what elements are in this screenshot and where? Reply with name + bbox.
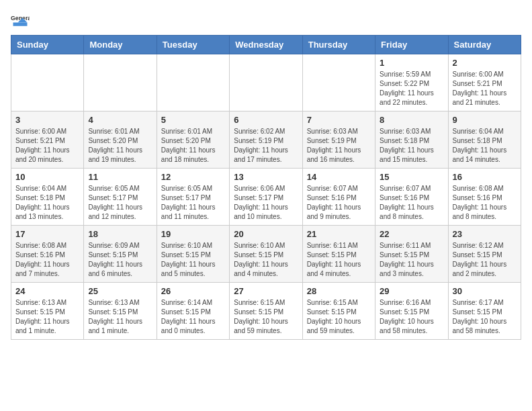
day-number: 1 <box>380 58 443 68</box>
day-info: Sunrise: 6:12 AM Sunset: 5:15 PM Dayligh… <box>453 241 517 279</box>
page-header: General <box>11 11 521 30</box>
day-info: Sunrise: 6:17 AM Sunset: 5:15 PM Dayligh… <box>453 298 517 336</box>
day-cell: 18Sunrise: 6:09 AM Sunset: 5:15 PM Dayli… <box>84 226 157 283</box>
day-number: 21 <box>307 229 371 239</box>
logo-icon: General <box>11 11 30 30</box>
day-number: 10 <box>15 172 79 182</box>
calendar-table: SundayMondayTuesdayWednesdayThursdayFrid… <box>11 35 521 340</box>
day-cell <box>84 54 157 111</box>
day-cell <box>157 54 229 111</box>
day-cell: 20Sunrise: 6:10 AM Sunset: 5:15 PM Dayli… <box>230 226 302 283</box>
day-cell: 9Sunrise: 6:04 AM Sunset: 5:18 PM Daylig… <box>448 111 521 169</box>
day-number: 9 <box>453 115 517 125</box>
day-info: Sunrise: 6:11 AM Sunset: 5:15 PM Dayligh… <box>307 241 371 279</box>
weekday-header-friday: Friday <box>375 36 448 54</box>
logo: General <box>11 11 32 30</box>
day-number: 15 <box>380 172 443 182</box>
day-cell <box>230 54 302 111</box>
weekday-header-sunday: Sunday <box>11 36 84 54</box>
day-info: Sunrise: 6:01 AM Sunset: 5:20 PM Dayligh… <box>88 127 152 165</box>
day-cell: 21Sunrise: 6:11 AM Sunset: 5:15 PM Dayli… <box>302 226 375 283</box>
day-info: Sunrise: 6:14 AM Sunset: 5:15 PM Dayligh… <box>161 298 225 336</box>
day-info: Sunrise: 6:08 AM Sunset: 5:16 PM Dayligh… <box>453 184 517 222</box>
day-number: 3 <box>15 115 79 125</box>
day-cell: 8Sunrise: 6:03 AM Sunset: 5:18 PM Daylig… <box>375 111 448 169</box>
day-number: 6 <box>234 115 298 125</box>
day-cell: 17Sunrise: 6:08 AM Sunset: 5:16 PM Dayli… <box>11 226 84 283</box>
day-cell <box>302 54 375 111</box>
day-info: Sunrise: 6:15 AM Sunset: 5:15 PM Dayligh… <box>234 298 298 336</box>
weekday-header-monday: Monday <box>84 36 157 54</box>
weekday-header-saturday: Saturday <box>448 36 521 54</box>
day-cell: 24Sunrise: 6:13 AM Sunset: 5:15 PM Dayli… <box>11 283 84 340</box>
day-number: 12 <box>161 172 225 182</box>
day-info: Sunrise: 6:05 AM Sunset: 5:17 PM Dayligh… <box>161 184 225 222</box>
day-cell: 26Sunrise: 6:14 AM Sunset: 5:15 PM Dayli… <box>157 283 229 340</box>
day-info: Sunrise: 6:03 AM Sunset: 5:18 PM Dayligh… <box>380 127 443 165</box>
day-info: Sunrise: 6:00 AM Sunset: 5:21 PM Dayligh… <box>453 70 517 107</box>
day-cell: 16Sunrise: 6:08 AM Sunset: 5:16 PM Dayli… <box>448 169 521 226</box>
day-cell: 22Sunrise: 6:11 AM Sunset: 5:15 PM Dayli… <box>375 226 448 283</box>
day-info: Sunrise: 6:07 AM Sunset: 5:16 PM Dayligh… <box>380 184 443 222</box>
day-cell: 23Sunrise: 6:12 AM Sunset: 5:15 PM Dayli… <box>448 226 521 283</box>
day-info: Sunrise: 6:05 AM Sunset: 5:17 PM Dayligh… <box>88 184 152 222</box>
day-cell: 14Sunrise: 6:07 AM Sunset: 5:16 PM Dayli… <box>302 169 375 226</box>
day-cell: 12Sunrise: 6:05 AM Sunset: 5:17 PM Dayli… <box>157 169 229 226</box>
day-info: Sunrise: 6:15 AM Sunset: 5:15 PM Dayligh… <box>307 298 371 336</box>
day-info: Sunrise: 6:07 AM Sunset: 5:16 PM Dayligh… <box>307 184 371 222</box>
day-number: 14 <box>307 172 371 182</box>
day-number: 16 <box>453 172 517 182</box>
day-info: Sunrise: 6:10 AM Sunset: 5:15 PM Dayligh… <box>234 241 298 279</box>
day-cell: 15Sunrise: 6:07 AM Sunset: 5:16 PM Dayli… <box>375 169 448 226</box>
day-cell: 27Sunrise: 6:15 AM Sunset: 5:15 PM Dayli… <box>230 283 302 340</box>
day-info: Sunrise: 6:11 AM Sunset: 5:15 PM Dayligh… <box>380 241 443 279</box>
weekday-header-wednesday: Wednesday <box>230 36 302 54</box>
day-number: 26 <box>161 286 225 296</box>
day-info: Sunrise: 6:04 AM Sunset: 5:18 PM Dayligh… <box>453 127 517 165</box>
week-row-5: 24Sunrise: 6:13 AM Sunset: 5:15 PM Dayli… <box>11 283 521 340</box>
day-number: 20 <box>234 229 298 239</box>
day-cell: 13Sunrise: 6:06 AM Sunset: 5:17 PM Dayli… <box>230 169 302 226</box>
day-info: Sunrise: 6:02 AM Sunset: 5:19 PM Dayligh… <box>234 127 298 165</box>
day-number: 5 <box>161 115 225 125</box>
day-cell: 29Sunrise: 6:16 AM Sunset: 5:15 PM Dayli… <box>375 283 448 340</box>
day-cell: 10Sunrise: 6:04 AM Sunset: 5:18 PM Dayli… <box>11 169 84 226</box>
day-number: 17 <box>15 229 79 239</box>
day-info: Sunrise: 6:01 AM Sunset: 5:20 PM Dayligh… <box>161 127 225 165</box>
weekday-header-row: SundayMondayTuesdayWednesdayThursdayFrid… <box>11 36 521 54</box>
day-info: Sunrise: 6:10 AM Sunset: 5:15 PM Dayligh… <box>161 241 225 279</box>
day-number: 22 <box>380 229 443 239</box>
week-row-3: 10Sunrise: 6:04 AM Sunset: 5:18 PM Dayli… <box>11 169 521 226</box>
day-cell: 3Sunrise: 6:00 AM Sunset: 5:21 PM Daylig… <box>11 111 84 169</box>
day-cell <box>11 54 84 111</box>
day-number: 7 <box>307 115 371 125</box>
day-number: 2 <box>453 58 517 68</box>
day-info: Sunrise: 6:13 AM Sunset: 5:15 PM Dayligh… <box>15 298 79 336</box>
weekday-header-thursday: Thursday <box>302 36 375 54</box>
svg-marker-1 <box>13 23 28 26</box>
day-number: 25 <box>88 286 152 296</box>
day-info: Sunrise: 6:00 AM Sunset: 5:21 PM Dayligh… <box>15 127 79 165</box>
day-cell: 1Sunrise: 5:59 AM Sunset: 5:22 PM Daylig… <box>375 54 448 111</box>
day-number: 30 <box>453 286 517 296</box>
day-cell: 11Sunrise: 6:05 AM Sunset: 5:17 PM Dayli… <box>84 169 157 226</box>
day-number: 13 <box>234 172 298 182</box>
day-cell: 4Sunrise: 6:01 AM Sunset: 5:20 PM Daylig… <box>84 111 157 169</box>
day-info: Sunrise: 6:13 AM Sunset: 5:15 PM Dayligh… <box>88 298 152 336</box>
day-info: Sunrise: 6:04 AM Sunset: 5:18 PM Dayligh… <box>15 184 79 222</box>
day-number: 18 <box>88 229 152 239</box>
day-info: Sunrise: 6:08 AM Sunset: 5:16 PM Dayligh… <box>15 241 79 279</box>
day-number: 28 <box>307 286 371 296</box>
day-info: Sunrise: 6:16 AM Sunset: 5:15 PM Dayligh… <box>380 298 443 336</box>
day-info: Sunrise: 5:59 AM Sunset: 5:22 PM Dayligh… <box>380 70 443 107</box>
week-row-2: 3Sunrise: 6:00 AM Sunset: 5:21 PM Daylig… <box>11 111 521 169</box>
day-cell: 30Sunrise: 6:17 AM Sunset: 5:15 PM Dayli… <box>448 283 521 340</box>
day-cell: 6Sunrise: 6:02 AM Sunset: 5:19 PM Daylig… <box>230 111 302 169</box>
day-info: Sunrise: 6:09 AM Sunset: 5:15 PM Dayligh… <box>88 241 152 279</box>
day-number: 4 <box>88 115 152 125</box>
day-number: 8 <box>380 115 443 125</box>
week-row-1: 1Sunrise: 5:59 AM Sunset: 5:22 PM Daylig… <box>11 54 521 111</box>
day-number: 27 <box>234 286 298 296</box>
day-number: 23 <box>453 229 517 239</box>
day-info: Sunrise: 6:03 AM Sunset: 5:19 PM Dayligh… <box>307 127 371 165</box>
